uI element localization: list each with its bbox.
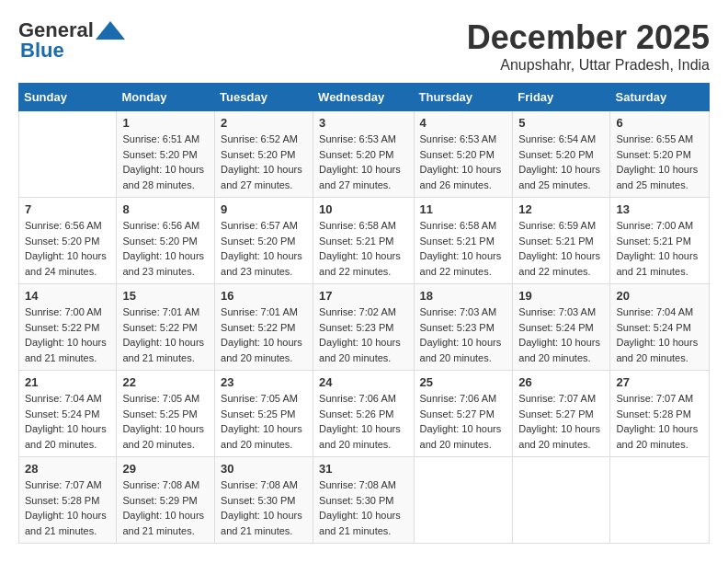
day-number: 27: [616, 375, 703, 389]
day-cell: 11 Sunrise: 6:58 AMSunset: 5:21 PMDaylig…: [414, 198, 513, 284]
day-cell: [414, 457, 513, 544]
day-info: Sunrise: 7:08 AMSunset: 5:30 PMDaylight:…: [319, 479, 401, 536]
day-cell: 28 Sunrise: 7:07 AMSunset: 5:28 PMDaylig…: [19, 457, 117, 544]
day-info: Sunrise: 6:56 AMSunset: 5:20 PMDaylight:…: [25, 220, 107, 277]
day-cell: 19 Sunrise: 7:03 AMSunset: 5:24 PMDaylig…: [513, 284, 610, 371]
day-cell: 10 Sunrise: 6:58 AMSunset: 5:21 PMDaylig…: [313, 198, 414, 284]
day-cell: 22 Sunrise: 7:05 AMSunset: 5:25 PMDaylig…: [117, 371, 215, 457]
day-number: 29: [122, 462, 209, 476]
day-number: 12: [518, 202, 604, 216]
day-cell: 4 Sunrise: 6:53 AMSunset: 5:20 PMDayligh…: [414, 111, 513, 198]
day-number: 30: [221, 462, 307, 476]
calendar-table: Sunday Monday Tuesday Wednesday Thursday…: [18, 83, 710, 544]
day-info: Sunrise: 7:05 AMSunset: 5:25 PMDaylight:…: [221, 393, 302, 450]
week-row-1: 1 Sunrise: 6:51 AMSunset: 5:20 PMDayligh…: [19, 111, 710, 198]
day-number: 9: [221, 202, 307, 216]
day-info: Sunrise: 6:52 AMSunset: 5:20 PMDaylight:…: [221, 133, 302, 190]
day-number: 18: [420, 289, 507, 303]
day-number: 26: [518, 375, 604, 389]
day-info: Sunrise: 6:59 AMSunset: 5:21 PMDaylight:…: [518, 220, 600, 277]
day-number: 23: [221, 375, 307, 389]
day-info: Sunrise: 6:54 AMSunset: 5:20 PMDaylight:…: [518, 133, 600, 190]
day-info: Sunrise: 6:53 AMSunset: 5:20 PMDaylight:…: [420, 133, 502, 190]
col-monday: Monday: [117, 84, 215, 111]
day-number: 17: [319, 289, 407, 303]
day-info: Sunrise: 6:56 AMSunset: 5:20 PMDaylight:…: [122, 220, 204, 277]
logo: General Blue: [18, 18, 125, 63]
day-cell: 3 Sunrise: 6:53 AMSunset: 5:20 PMDayligh…: [313, 111, 414, 198]
col-friday: Friday: [513, 84, 610, 111]
day-number: 19: [518, 289, 604, 303]
day-cell: 26 Sunrise: 7:07 AMSunset: 5:27 PMDaylig…: [513, 371, 610, 457]
day-info: Sunrise: 7:04 AMSunset: 5:24 PMDaylight:…: [25, 393, 107, 450]
page-header: General Blue December 2025 Anupshahr, Ut…: [18, 18, 710, 74]
day-number: 3: [319, 116, 407, 130]
day-cell: 1 Sunrise: 6:51 AMSunset: 5:20 PMDayligh…: [117, 111, 215, 198]
day-info: Sunrise: 7:06 AMSunset: 5:27 PMDaylight:…: [420, 393, 502, 450]
col-wednesday: Wednesday: [313, 84, 414, 111]
day-info: Sunrise: 6:55 AMSunset: 5:20 PMDaylight:…: [616, 133, 698, 190]
day-info: Sunrise: 7:01 AMSunset: 5:22 PMDaylight:…: [122, 306, 204, 363]
logo-blue: Blue: [20, 39, 64, 63]
logo-icon: [96, 21, 125, 40]
day-number: 25: [420, 375, 507, 389]
week-row-2: 7 Sunrise: 6:56 AMSunset: 5:20 PMDayligh…: [19, 198, 710, 284]
day-info: Sunrise: 7:08 AMSunset: 5:30 PMDaylight:…: [221, 479, 302, 536]
day-info: Sunrise: 6:57 AMSunset: 5:20 PMDaylight:…: [221, 220, 302, 277]
week-row-4: 21 Sunrise: 7:04 AMSunset: 5:24 PMDaylig…: [19, 371, 710, 457]
day-info: Sunrise: 7:00 AMSunset: 5:21 PMDaylight:…: [616, 220, 698, 277]
day-info: Sunrise: 7:04 AMSunset: 5:24 PMDaylight:…: [616, 306, 698, 363]
day-cell: 18 Sunrise: 7:03 AMSunset: 5:23 PMDaylig…: [414, 284, 513, 371]
month-title: December 2025: [467, 18, 710, 57]
day-number: 5: [518, 116, 604, 130]
day-number: 7: [25, 202, 110, 216]
week-row-3: 14 Sunrise: 7:00 AMSunset: 5:22 PMDaylig…: [19, 284, 710, 371]
col-saturday: Saturday: [610, 84, 710, 111]
day-cell: 15 Sunrise: 7:01 AMSunset: 5:22 PMDaylig…: [117, 284, 215, 371]
day-info: Sunrise: 7:06 AMSunset: 5:26 PMDaylight:…: [319, 393, 401, 450]
day-cell: 29 Sunrise: 7:08 AMSunset: 5:29 PMDaylig…: [117, 457, 215, 544]
day-number: 13: [616, 202, 703, 216]
day-info: Sunrise: 6:51 AMSunset: 5:20 PMDaylight:…: [122, 133, 204, 190]
day-cell: 13 Sunrise: 7:00 AMSunset: 5:21 PMDaylig…: [610, 198, 710, 284]
day-number: 16: [221, 289, 307, 303]
day-number: 22: [122, 375, 209, 389]
day-cell: 6 Sunrise: 6:55 AMSunset: 5:20 PMDayligh…: [610, 111, 710, 198]
day-number: 15: [122, 289, 209, 303]
day-cell: [513, 457, 610, 544]
day-cell: 5 Sunrise: 6:54 AMSunset: 5:20 PMDayligh…: [513, 111, 610, 198]
day-cell: 24 Sunrise: 7:06 AMSunset: 5:26 PMDaylig…: [313, 371, 414, 457]
day-number: 28: [25, 462, 110, 476]
day-number: 1: [122, 116, 209, 130]
day-number: 14: [25, 289, 110, 303]
day-number: 4: [420, 116, 507, 130]
day-cell: 8 Sunrise: 6:56 AMSunset: 5:20 PMDayligh…: [117, 198, 215, 284]
day-number: 2: [221, 116, 307, 130]
day-number: 21: [25, 375, 110, 389]
day-number: 20: [616, 289, 703, 303]
title-block: December 2025 Anupshahr, Uttar Pradesh, …: [467, 18, 710, 74]
day-info: Sunrise: 7:03 AMSunset: 5:23 PMDaylight:…: [420, 306, 502, 363]
day-info: Sunrise: 7:08 AMSunset: 5:29 PMDaylight:…: [122, 479, 204, 536]
day-info: Sunrise: 6:53 AMSunset: 5:20 PMDaylight:…: [319, 133, 401, 190]
col-thursday: Thursday: [414, 84, 513, 111]
svg-marker-0: [96, 21, 125, 40]
day-cell: 16 Sunrise: 7:01 AMSunset: 5:22 PMDaylig…: [215, 284, 313, 371]
day-info: Sunrise: 6:58 AMSunset: 5:21 PMDaylight:…: [420, 220, 502, 277]
day-info: Sunrise: 6:58 AMSunset: 5:21 PMDaylight:…: [319, 220, 401, 277]
day-info: Sunrise: 7:05 AMSunset: 5:25 PMDaylight:…: [122, 393, 204, 450]
day-cell: [19, 111, 117, 198]
location: Anupshahr, Uttar Pradesh, India: [467, 57, 710, 74]
day-info: Sunrise: 7:02 AMSunset: 5:23 PMDaylight:…: [319, 306, 401, 363]
day-number: 24: [319, 375, 407, 389]
day-info: Sunrise: 7:07 AMSunset: 5:28 PMDaylight:…: [25, 479, 107, 536]
day-cell: 21 Sunrise: 7:04 AMSunset: 5:24 PMDaylig…: [19, 371, 117, 457]
col-sunday: Sunday: [19, 84, 117, 111]
day-number: 8: [122, 202, 209, 216]
day-cell: 27 Sunrise: 7:07 AMSunset: 5:28 PMDaylig…: [610, 371, 710, 457]
header-row: Sunday Monday Tuesday Wednesday Thursday…: [19, 84, 710, 111]
day-cell: 9 Sunrise: 6:57 AMSunset: 5:20 PMDayligh…: [215, 198, 313, 284]
day-number: 31: [319, 462, 407, 476]
day-cell: 31 Sunrise: 7:08 AMSunset: 5:30 PMDaylig…: [313, 457, 414, 544]
day-cell: 20 Sunrise: 7:04 AMSunset: 5:24 PMDaylig…: [610, 284, 710, 371]
